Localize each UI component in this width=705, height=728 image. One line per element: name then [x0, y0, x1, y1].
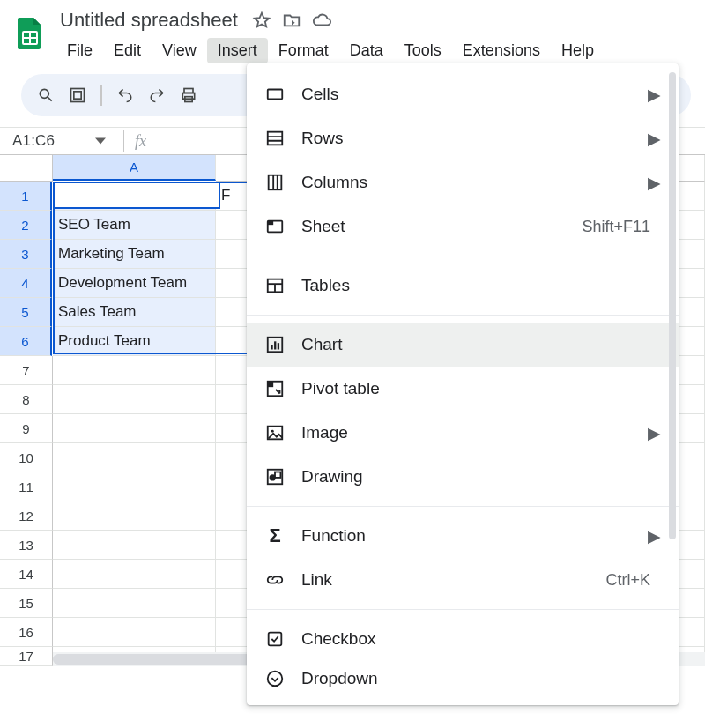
row-header[interactable]: 10: [0, 443, 53, 472]
menu-view[interactable]: View: [152, 38, 207, 63]
svg-rect-14: [269, 175, 282, 190]
menu-extensions[interactable]: Extensions: [452, 38, 551, 63]
cell[interactable]: [53, 618, 216, 647]
svg-line-4: [48, 98, 52, 101]
svg-rect-6: [74, 92, 81, 99]
insert-pivot-table[interactable]: Pivot table: [247, 367, 679, 411]
table-view-icon[interactable]: [69, 86, 86, 104]
redo-icon[interactable]: [148, 86, 166, 104]
menu-label: Drawing: [301, 467, 661, 487]
tables-icon: [264, 275, 286, 296]
row-header[interactable]: 8: [0, 385, 53, 414]
insert-image[interactable]: Image ▶: [247, 411, 679, 455]
pivot-table-icon: [264, 378, 286, 399]
submenu-arrow-icon: ▶: [648, 423, 661, 443]
insert-dropdown[interactable]: Dropdown: [247, 661, 679, 696]
row-header[interactable]: 14: [0, 560, 53, 589]
svg-rect-33: [269, 633, 282, 646]
cell[interactable]: [53, 589, 216, 618]
insert-rows[interactable]: Rows ▶: [247, 116, 679, 160]
insert-columns[interactable]: Columns ▶: [247, 160, 679, 204]
menu-label: Image: [301, 423, 632, 442]
cell[interactable]: [53, 560, 216, 589]
cell[interactable]: [53, 443, 216, 472]
star-icon[interactable]: [252, 11, 271, 30]
svg-rect-10: [268, 90, 283, 100]
cell[interactable]: [53, 356, 216, 385]
svg-rect-24: [274, 341, 276, 349]
menu-bar: File Edit View Insert Format Data Tools …: [56, 35, 698, 65]
row-header[interactable]: 16: [0, 618, 53, 647]
name-box-value: A1:C6: [12, 132, 55, 150]
menu-label: Link: [301, 570, 590, 590]
menu-insert[interactable]: Insert: [207, 38, 268, 63]
menu-file[interactable]: File: [56, 38, 103, 63]
row-header[interactable]: 11: [0, 472, 53, 501]
svg-rect-25: [278, 343, 279, 349]
menu-label: Columns: [301, 173, 632, 192]
row-header[interactable]: 5: [0, 298, 52, 327]
cell[interactable]: [53, 501, 216, 531]
row-header[interactable]: 4: [0, 269, 52, 298]
row-header[interactable]: 15: [0, 589, 53, 618]
row-header[interactable]: 7: [0, 356, 53, 385]
cell[interactable]: SEO Team: [53, 211, 216, 240]
insert-sheet[interactable]: Sheet Shift+F11: [247, 204, 679, 249]
svg-point-3: [40, 89, 48, 98]
svg-rect-11: [268, 132, 283, 145]
name-box[interactable]: A1:C6: [0, 128, 113, 154]
row-header[interactable]: 9: [0, 414, 53, 443]
row-header[interactable]: 12: [0, 501, 53, 531]
menu-tools[interactable]: Tools: [394, 38, 452, 63]
svg-rect-18: [268, 221, 273, 226]
menu-edit[interactable]: Edit: [103, 38, 152, 63]
menu-help[interactable]: Help: [551, 38, 605, 63]
insert-checkbox[interactable]: Checkbox: [247, 617, 679, 661]
menu-label: Function: [301, 526, 632, 546]
menu-format[interactable]: Format: [268, 38, 339, 63]
sheets-logo[interactable]: [7, 11, 53, 56]
search-icon[interactable]: [37, 86, 55, 104]
row-header[interactable]: 1: [0, 182, 52, 211]
insert-function[interactable]: Σ Function ▶: [247, 514, 679, 558]
cell[interactable]: Sales Team: [53, 298, 216, 327]
title-bar: Untitled spreadsheet File Edit View Inse…: [0, 0, 705, 65]
move-icon[interactable]: [282, 11, 301, 30]
insert-chart[interactable]: Chart: [247, 323, 679, 367]
row-header[interactable]: 17: [0, 647, 53, 666]
submenu-arrow-icon: ▶: [648, 526, 661, 546]
insert-cells[interactable]: Cells ▶: [247, 72, 679, 116]
cell[interactable]: Product Team: [53, 327, 216, 356]
menu-data[interactable]: Data: [339, 38, 394, 63]
cloud-status-icon[interactable]: [312, 11, 331, 30]
row-header[interactable]: 13: [0, 531, 53, 560]
svg-rect-32: [275, 472, 280, 478]
row-header[interactable]: 2: [0, 211, 52, 240]
menu-separator: [247, 506, 679, 507]
select-all-corner[interactable]: [0, 155, 53, 182]
cell[interactable]: Development Team: [53, 269, 216, 298]
cell[interactable]: [53, 531, 216, 560]
insert-drawing[interactable]: Drawing: [247, 455, 679, 499]
svg-point-34: [268, 672, 283, 687]
row-header[interactable]: 3: [0, 240, 52, 269]
menu-label: Dropdown: [301, 669, 661, 688]
cell[interactable]: [53, 385, 216, 414]
row-header[interactable]: 6: [0, 327, 52, 356]
insert-link[interactable]: Link Ctrl+K: [247, 558, 679, 602]
undo-icon[interactable]: [116, 86, 134, 104]
insert-tables[interactable]: Tables: [247, 264, 679, 308]
print-icon[interactable]: [180, 86, 197, 104]
caret-down-icon: [95, 136, 106, 146]
cell[interactable]: [53, 414, 216, 443]
toolbar-separator: [100, 85, 102, 106]
column-header[interactable]: A: [53, 155, 216, 181]
document-title[interactable]: Untitled spreadsheet: [56, 9, 241, 32]
cell[interactable]: [53, 472, 216, 501]
menu-scrollbar[interactable]: [669, 72, 676, 539]
menu-label: Pivot table: [301, 379, 661, 398]
columns-icon: [264, 172, 286, 193]
chart-icon: [264, 334, 286, 355]
cell[interactable]: Marketing Team: [53, 240, 216, 269]
cell[interactable]: [53, 182, 216, 211]
